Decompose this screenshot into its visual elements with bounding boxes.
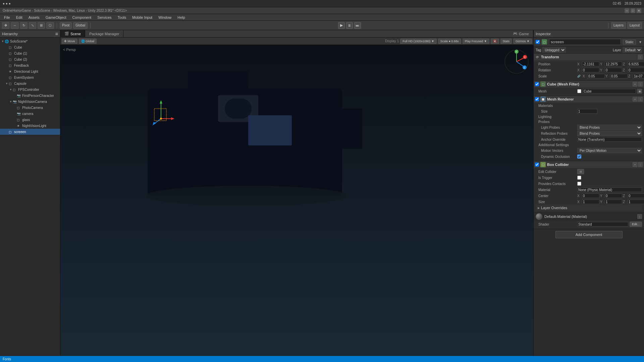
pause-button[interactable]: ⏸ <box>346 22 353 29</box>
center-y-input[interactable] <box>605 193 622 198</box>
hierarchy-item-fpscontroller[interactable]: ▼ ◻ FPSController <box>0 86 60 93</box>
center-x-input[interactable] <box>582 193 599 198</box>
edit-collider-btn[interactable]: ⊟ <box>577 169 584 174</box>
layout-button[interactable]: Layout <box>627 22 642 29</box>
menu-tools[interactable]: Tools <box>115 15 129 20</box>
mute-btn[interactable]: 🔇 <box>491 39 499 44</box>
window-controls[interactable]: ─ □ ✕ <box>625 8 641 13</box>
stats-btn[interactable]: Stats <box>500 39 512 44</box>
hierarchy-item-firstpersoncharacter[interactable]: 📷 FirstPersonCharacter <box>0 93 60 99</box>
menu-assets[interactable]: Assets <box>26 15 42 20</box>
hierarchy-item-nightvisioncamera[interactable]: ▼ 📷 NightVisionCamera <box>0 99 60 105</box>
mesh-renderer-enabled[interactable] <box>535 97 539 101</box>
static-button[interactable]: Static <box>623 40 636 45</box>
step-button[interactable]: ⏭ <box>354 22 361 29</box>
tool-scale[interactable]: ⤡ <box>29 22 36 29</box>
mesh-value-input[interactable] <box>583 89 636 94</box>
object-active-checkbox[interactable] <box>536 40 540 44</box>
menu-gameobject[interactable]: GameObject <box>43 15 69 20</box>
position-y-input[interactable] <box>605 62 622 66</box>
provides-contacts-checkbox[interactable] <box>577 182 581 186</box>
tool-hand[interactable]: ✥ <box>2 22 9 29</box>
hierarchy-item-soloScene[interactable]: ▼ 🌐 SoloScene* <box>0 38 60 44</box>
mr-add-btn[interactable]: + <box>633 97 637 102</box>
hierarchy-menu-icon[interactable]: ≡ <box>55 31 58 37</box>
rotation-y-input[interactable] <box>605 68 622 72</box>
hierarchy-item-capsule[interactable]: ▼ ◻ Capsule <box>0 80 60 86</box>
menu-window[interactable]: Window <box>156 15 174 20</box>
scale-y-input[interactable] <box>610 74 628 78</box>
mr-menu-btn[interactable]: ⋮ <box>638 97 643 102</box>
gizmos-btn[interactable]: Gizmos ▼ <box>513 39 532 44</box>
play-focused-btn[interactable]: Play Focused ▼ <box>463 39 489 44</box>
menu-edit[interactable]: Edit <box>13 15 25 20</box>
hierarchy-item-screeen[interactable]: ◻ screeen <box>0 129 60 135</box>
motion-vectors-select[interactable]: Per Object Motion <box>577 148 642 153</box>
material-input[interactable] <box>577 187 642 192</box>
tool-move[interactable]: ↔ <box>11 22 19 29</box>
menu-file[interactable]: File <box>1 15 13 20</box>
maximize-button[interactable]: □ <box>631 8 635 13</box>
layer-select[interactable]: Default <box>623 47 642 53</box>
tab-game[interactable]: 🎮 Game <box>509 30 533 38</box>
hierarchy-item-camera[interactable]: 📷 camera <box>0 111 60 117</box>
scene-move-btn[interactable]: ✥ Move <box>62 39 77 44</box>
mesh-renderer-header[interactable]: 🔲 Mesh Renderer + ⋮ <box>534 96 644 103</box>
light-probes-select[interactable]: Blend Probes <box>577 125 642 130</box>
scale-x-input[interactable] <box>587 74 605 78</box>
rotation-x-input[interactable] <box>582 68 599 72</box>
tag-select[interactable]: Untagged <box>542 47 566 53</box>
minimize-button[interactable]: ─ <box>625 8 629 13</box>
layer-overrides-row[interactable]: ▶ Layer Overrides <box>536 205 642 211</box>
menu-mobile-input[interactable]: Mobile Input <box>129 15 155 20</box>
size-x-input[interactable] <box>582 199 599 204</box>
mesh-filter-header[interactable]: ◻ Cube (Mesh Filter) + ⋮ <box>534 81 644 87</box>
gizmo-axes[interactable]: Y X Z <box>503 48 530 75</box>
menu-help[interactable]: Help <box>175 15 188 20</box>
material-menu-btn[interactable]: ⋮ <box>637 214 642 219</box>
tool-rect[interactable]: ⊞ <box>38 22 45 29</box>
tab-package-manager[interactable]: Package Manager <box>85 30 123 38</box>
scale-z-input[interactable] <box>633 74 644 78</box>
mesh-filter-enabled[interactable] <box>535 82 539 86</box>
menu-services[interactable]: Services <box>95 15 114 20</box>
tool-transform[interactable]: ⬡ <box>46 22 54 29</box>
hierarchy-item-directional-light[interactable]: ☀ Directional Light <box>0 68 60 74</box>
tool-rotate[interactable]: ↻ <box>20 22 28 29</box>
mesh-check[interactable] <box>577 89 581 93</box>
mesh-filter-add-btn[interactable]: + <box>633 82 637 86</box>
scene-global-btn[interactable]: 🌐 Global <box>79 39 97 44</box>
position-x-input[interactable] <box>582 62 599 66</box>
position-z-input[interactable] <box>628 62 644 66</box>
resolution-btn[interactable]: Full HD (644x362) ▼ <box>400 39 436 44</box>
rotation-z-input[interactable] <box>628 68 644 72</box>
play-button[interactable]: ▶ <box>338 22 345 29</box>
bc-add-btn[interactable]: + <box>633 162 637 167</box>
dynamic-occlusion-checkbox[interactable] <box>577 155 581 159</box>
transform-menu-btn[interactable]: ⋮ <box>638 55 643 59</box>
box-collider-enabled[interactable] <box>535 163 539 167</box>
shader-input[interactable] <box>577 222 628 227</box>
hierarchy-item-cube[interactable]: ◻ Cube <box>0 44 60 50</box>
menu-component[interactable]: Component <box>69 15 94 20</box>
size-z-input[interactable] <box>628 199 644 204</box>
scene-3d-viewport[interactable]: < Persp Y X <box>60 45 533 362</box>
object-name-input[interactable] <box>549 39 621 45</box>
center-z-input[interactable] <box>628 193 644 198</box>
pivot-button[interactable]: Pivot <box>60 22 72 29</box>
bc-menu-btn[interactable]: ⋮ <box>638 162 643 167</box>
global-button[interactable]: Global <box>73 22 88 29</box>
hierarchy-item-cube1[interactable]: ◻ Cube (1) <box>0 50 60 56</box>
close-button[interactable]: ✕ <box>637 8 641 13</box>
reflection-probes-select[interactable]: Blend Probes <box>577 131 642 136</box>
mesh-select-btn[interactable]: ◉ <box>637 89 642 94</box>
mesh-filter-menu-btn[interactable]: ⋮ <box>638 82 643 86</box>
scale-btn[interactable]: Scale ● 0.68x <box>438 39 461 44</box>
anchor-override-input[interactable] <box>577 137 642 142</box>
hierarchy-item-eventsystem[interactable]: ◻ EventSystem <box>0 74 60 80</box>
hierarchy-item-nightvisionlight[interactable]: ☀ NightVisionLight <box>0 123 60 129</box>
shader-edit-btn[interactable]: Edit... <box>630 222 642 227</box>
hierarchy-item-photocamera[interactable]: ◻ PhotoCamera <box>0 105 60 111</box>
hierarchy-item-feedback[interactable]: ◻ Feedback <box>0 62 60 68</box>
hierarchy-item-cube2[interactable]: ◻ Cube (2) <box>0 56 60 62</box>
